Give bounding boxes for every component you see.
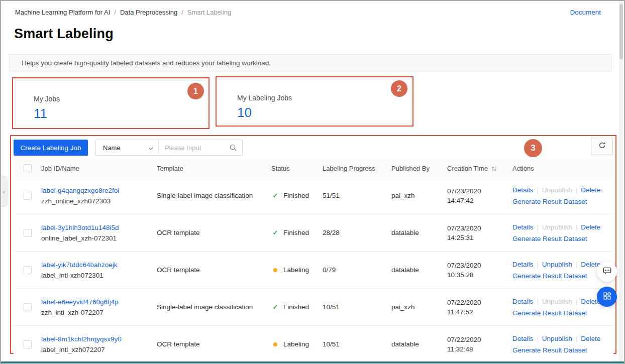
published-by-cell: datalable — [391, 340, 447, 348]
smart-labeling-page: Machine Learning Platform for AI / Data … — [0, 0, 625, 364]
my-jobs-card[interactable]: My Jobs 11 — [15, 80, 206, 126]
search-input[interactable] — [159, 140, 229, 155]
status-text: Labeling — [283, 266, 309, 274]
filter-field-select[interactable]: Name — [96, 140, 159, 155]
details-link[interactable]: Details — [512, 186, 533, 194]
breadcrumb: Machine Learning Platform for AI / Data … — [15, 9, 231, 16]
row-checkbox[interactable] — [24, 192, 32, 200]
delete-link[interactable]: Delete — [581, 223, 600, 231]
details-link[interactable]: Details — [512, 261, 533, 268]
template-cell: Single-label image classification — [157, 303, 271, 311]
labeling-progress-cell: 0/79 — [323, 266, 391, 274]
template-cell: OCR template — [157, 340, 271, 348]
apps-shortcut-button[interactable] — [597, 287, 617, 307]
sort-icon[interactable] — [491, 166, 497, 172]
refresh-button[interactable] — [591, 138, 613, 155]
published-by-cell: pai_xzh — [391, 303, 447, 311]
annotation-box-1: My Jobs 11 — [12, 77, 210, 129]
search-icon[interactable] — [229, 140, 242, 155]
chevron-down-icon — [148, 144, 153, 152]
details-link[interactable]: Details — [512, 298, 533, 305]
table-row: label-3y1hlh3otd1u148i5d online_label_xz… — [14, 214, 613, 252]
annotation-box-2: My Labeling Jobs 10 — [216, 76, 413, 127]
table-row: label-e6eeyvid4760g6fj4p zzh_intl_xzh-07… — [14, 289, 613, 326]
delete-link[interactable]: Delete — [581, 186, 600, 194]
annotation-badge-1: 1 — [187, 83, 204, 99]
my-labeling-jobs-card[interactable]: My Labeling Jobs 10 — [219, 79, 410, 124]
grid-squares-icon — [602, 291, 612, 303]
create-labeling-job-button[interactable]: Create Labeling Job — [14, 140, 88, 156]
table-row: label-8m1kchl2hrqyqsx9y0 label_intl_xzh0… — [14, 326, 613, 363]
labeling-progress-cell: 10/51 — [323, 303, 391, 311]
status-icon — [271, 342, 279, 346]
job-name: label_intl_xzh072207 — [41, 346, 152, 353]
row-checkbox[interactable] — [24, 303, 32, 311]
table-body: label-g4qangqzxgo8re2foi zzh_online_xzh0… — [14, 177, 613, 363]
status-icon — [271, 229, 279, 236]
sidebar-collapse-handle[interactable]: ‹ — [1, 176, 8, 207]
breadcrumb-item-platform[interactable]: Machine Learning Platform for AI — [15, 9, 110, 16]
status-text: Finished — [283, 303, 309, 311]
generate-result-dataset-link[interactable]: Generate Result Dataset — [512, 235, 587, 242]
row-checkbox[interactable] — [24, 266, 32, 274]
delete-link[interactable]: Delete — [581, 335, 600, 342]
column-job-id-name: Job ID/Name — [41, 165, 157, 172]
unpublish-link[interactable]: Unpublish — [542, 223, 572, 231]
table-row: label-g4qangqzxgo8re2foi zzh_online_xzh0… — [14, 177, 613, 214]
published-by-cell: datalable — [391, 266, 447, 274]
job-name: online_label_xzh-072301 — [41, 234, 152, 242]
job-id-link[interactable]: label-3y1hlh3otd1u148i5d — [41, 224, 152, 231]
template-cell: Single-label image classification — [157, 192, 271, 199]
creation-time-cell: 07/22/2020 11:47:52 — [447, 298, 512, 317]
details-link[interactable]: Details — [512, 223, 533, 231]
my-jobs-value: 11 — [34, 106, 47, 122]
unpublish-link[interactable]: Unpublish — [542, 186, 572, 194]
generate-result-dataset-link[interactable]: Generate Result Dataset — [512, 309, 587, 317]
template-cell: OCR template — [157, 229, 271, 236]
job-id-link[interactable]: label-8m1kchl2hrqyqsx9y0 — [41, 335, 152, 343]
labeling-progress-cell: 10/51 — [323, 340, 391, 348]
page-title: Smart Labeling — [14, 26, 114, 42]
column-actions: Actions — [512, 165, 613, 172]
row-checkbox[interactable] — [24, 340, 32, 348]
job-name: label_intl-xzh072301 — [41, 272, 152, 279]
job-id-link[interactable]: label-g4qangqzxgo8re2foi — [41, 187, 152, 194]
description-banner: Helps you create high-quality labeled da… — [9, 54, 611, 71]
my-labeling-jobs-value: 10 — [237, 105, 252, 120]
status-icon — [271, 303, 279, 311]
labeling-progress-cell: 28/28 — [323, 229, 391, 236]
select-all-checkbox[interactable] — [24, 164, 32, 172]
column-creation-time: Creation Time — [447, 164, 512, 173]
unpublish-link[interactable]: Unpublish — [542, 261, 572, 268]
scrollbar-thumb[interactable] — [619, 4, 623, 59]
annotation-badge-2: 2 — [391, 80, 407, 97]
column-labeling-progress: Labeling Progress — [323, 165, 391, 172]
actions-cell: Details|Unpublish|Delete Generate Result… — [512, 223, 613, 242]
creation-time-cell: 07/23/2020 14:47:42 — [447, 186, 512, 205]
refresh-icon — [598, 142, 606, 151]
job-id-link[interactable]: label-yik7tddc64bahzoejk — [41, 261, 152, 269]
breadcrumb-item-data-preprocessing[interactable]: Data Preprocessing — [120, 9, 177, 16]
document-link[interactable]: Document — [570, 9, 601, 16]
scrollbar[interactable] — [619, 1, 623, 361]
row-checkbox[interactable] — [24, 229, 32, 237]
unpublish-link[interactable]: Unpublish — [542, 298, 572, 305]
published-by-cell: pai_xzh — [391, 192, 447, 199]
generate-result-dataset-link[interactable]: Generate Result Dataset — [512, 346, 587, 354]
generate-result-dataset-link[interactable]: Generate Result Dataset — [512, 198, 587, 205]
labeling-progress-cell: 51/51 — [323, 192, 391, 199]
column-template: Template — [157, 165, 271, 172]
unpublish-link[interactable]: Unpublish — [542, 335, 572, 342]
feedback-icon — [602, 266, 612, 278]
generate-result-dataset-link[interactable]: Generate Result Dataset — [512, 272, 587, 280]
filter-field-value: Name — [103, 144, 121, 152]
details-link[interactable]: Details — [512, 335, 533, 342]
breadcrumb-item-smart-labeling: Smart Labeling — [187, 9, 231, 16]
table-row: label-yik7tddc64bahzoejk label_intl-xzh0… — [14, 252, 613, 289]
status-icon — [271, 268, 279, 272]
feedback-button[interactable] — [597, 262, 617, 282]
column-status: Status — [271, 165, 323, 172]
status-text: Finished — [283, 229, 309, 236]
job-id-link[interactable]: label-e6eeyvid4760g6fj4p — [41, 298, 152, 306]
job-name: zzh_intl_xzh-072207 — [41, 309, 152, 316]
